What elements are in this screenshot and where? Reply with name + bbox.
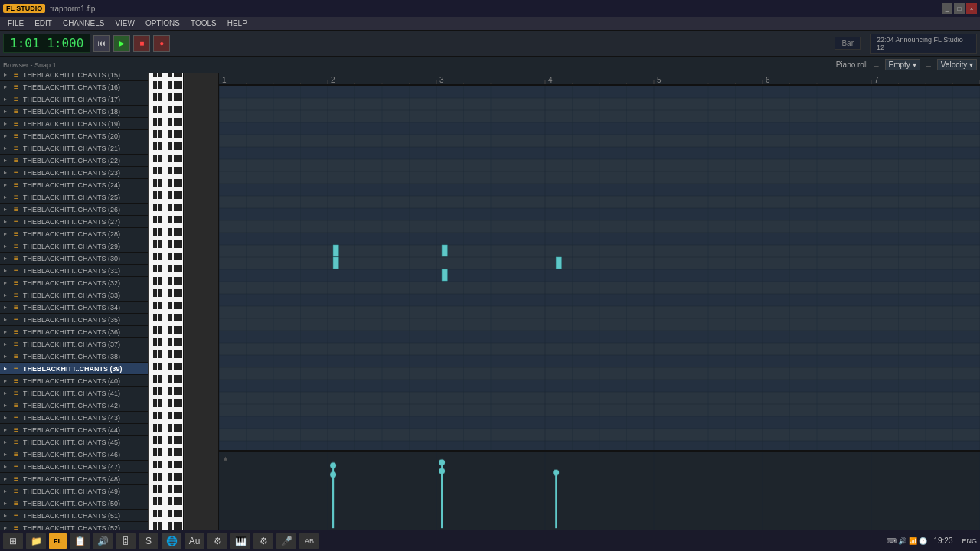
ruler: 1234567 <box>219 73 980 86</box>
track-row[interactable]: ▸≡THEBLACKHITT..CHANTS (31) <box>0 265 183 277</box>
menu-channels[interactable]: CHANNELS <box>58 18 109 29</box>
track-row[interactable]: ▸≡THEBLACKHITT..CHANTS (29) <box>0 240 183 253</box>
track-row[interactable]: ▸≡THEBLACKHITT..CHANTS (26) <box>0 204 183 216</box>
mini-piano-key <box>148 216 183 228</box>
track-name-label: THEBLACKHITT..CHANTS (25) <box>21 194 148 201</box>
minimize-button[interactable]: _ <box>942 3 952 14</box>
track-row[interactable]: ▸≡THEBLACKHITT..CHANTS (33) <box>0 289 183 302</box>
menu-view[interactable]: VIEW <box>110 18 139 29</box>
track-icon: ▸ <box>0 191 11 204</box>
track-second-icon: ≡ <box>11 412 21 424</box>
track-row[interactable]: ▸≡THEBLACKHITT..CHANTS (50) <box>0 497 183 510</box>
track-row[interactable]: ▸≡THEBLACKHITT..CHANTS (28) <box>0 228 183 240</box>
taskbar-chrome[interactable]: 🌐 <box>162 533 181 549</box>
track-row[interactable]: ▸≡THEBLACKHITT..CHANTS (15) <box>0 73 183 81</box>
track-row[interactable]: ▸≡THEBLACKHITT..CHANTS (46) <box>0 448 183 461</box>
track-row[interactable]: ▸≡THEBLACKHITT..CHANTS (34) <box>0 302 183 314</box>
track-row[interactable]: ▸≡THEBLACKHITT..CHANTS (48) <box>0 473 183 485</box>
track-second-icon: ≡ <box>11 338 21 350</box>
track-row[interactable]: ▸≡THEBLACKHITT..CHANTS (22) <box>0 155 183 167</box>
taskbar-app-9[interactable]: 🎹 <box>230 533 250 549</box>
track-icon: ▸ <box>0 204 11 216</box>
record-button[interactable]: ● <box>153 35 170 52</box>
mini-piano-key <box>148 142 183 155</box>
track-row[interactable]: ▸≡THEBLACKHITT..CHANTS (30) <box>0 253 183 265</box>
track-row[interactable]: ▸≡THEBLACKHITT..CHANTS (49) <box>0 485 183 497</box>
track-row[interactable]: ▸≡THEBLACKHITT..CHANTS (41) <box>0 387 183 399</box>
fl-studio-taskbar[interactable]: FL <box>49 533 67 549</box>
stop-button[interactable]: ■ <box>133 35 150 52</box>
track-list[interactable]: ▸≡THEBLACKHITT..CHANTS (15)▸≡THEBLACKHIT… <box>0 73 183 534</box>
track-name-label: THEBLACKHITT..CHANTS (40) <box>21 377 148 385</box>
track-icon: ▸ <box>0 326 11 338</box>
taskbar-app-10[interactable]: ⚙ <box>253 533 273 549</box>
menu-tools[interactable]: TOOLS <box>186 18 221 29</box>
track-row[interactable]: ▸≡THEBLACKHITT..CHANTS (36) <box>0 326 183 338</box>
taskbar-app-8[interactable]: ⚙ <box>207 533 227 549</box>
track-row[interactable]: ▸≡THEBLACKHITT..CHANTS (42) <box>0 399 183 412</box>
track-name-label: THEBLACKHITT..CHANTS (17) <box>21 96 148 103</box>
track-row[interactable]: ▸≡THEBLACKHITT..CHANTS (23) <box>0 167 183 179</box>
track-row[interactable]: ▸≡THEBLACKHITT..CHANTS (44) <box>0 424 183 436</box>
taskbar-app-12[interactable]: AB <box>299 533 319 549</box>
velocity-dropdown[interactable]: Velocity ▾ <box>937 59 977 70</box>
track-row[interactable]: ▸≡THEBLACKHITT..CHANTS (40) <box>0 375 183 387</box>
menu-file[interactable]: FILE <box>3 18 28 29</box>
taskbar-app-2[interactable]: 📋 <box>70 533 90 549</box>
track-row[interactable]: ▸≡THEBLACKHITT..CHANTS (18) <box>0 106 183 118</box>
track-row[interactable]: ▸≡THEBLACKHITT..CHANTS (25) <box>0 191 183 204</box>
track-row[interactable]: ▸≡THEBLACKHITT..CHANTS (32) <box>0 277 183 289</box>
pattern-dropdown[interactable]: Empty ▾ <box>885 59 920 70</box>
taskbar-app-11[interactable]: 🎤 <box>276 533 296 549</box>
rewind-button[interactable]: ⏮ <box>93 35 110 52</box>
taskbar-app-7[interactable]: Au <box>185 533 204 549</box>
piano-roll[interactable]: 1234567 ▲ <box>219 73 980 534</box>
track-second-icon: ≡ <box>11 228 21 240</box>
close-button[interactable]: × <box>966 3 977 14</box>
mini-piano-key <box>148 130 183 142</box>
track-row[interactable]: ▸≡THEBLACKHITT..CHANTS (16) <box>0 81 183 93</box>
track-second-icon: ≡ <box>11 81 21 93</box>
track-second-icon: ≡ <box>11 497 21 510</box>
start-button[interactable]: ⊞ <box>3 533 23 549</box>
track-row[interactable]: ▸≡THEBLACKHITT..CHANTS (21) <box>0 142 183 155</box>
track-second-icon: ≡ <box>11 363 21 375</box>
track-row[interactable]: ▸≡THEBLACKHITT..CHANTS (47) <box>0 461 183 473</box>
menu-help[interactable]: HELP <box>223 18 252 29</box>
track-icon: ▸ <box>0 510 11 522</box>
track-row[interactable]: ▸≡THEBLACKHITT..CHANTS (45) <box>0 436 183 448</box>
play-button[interactable]: ▶ <box>113 35 130 52</box>
track-row[interactable]: ▸≡THEBLACKHITT..CHANTS (38) <box>0 350 183 363</box>
taskbar-app-4[interactable]: 🎛 <box>116 533 136 549</box>
velocity-area[interactable]: ▲ <box>219 450 980 534</box>
svg-text:5: 5 <box>657 76 662 84</box>
track-second-icon: ≡ <box>11 510 21 522</box>
track-row[interactable]: ▸≡THEBLACKHITT..CHANTS (39) <box>0 363 183 375</box>
menu-options[interactable]: OPTIONS <box>141 18 185 29</box>
track-icon: ▸ <box>0 228 11 240</box>
track-row[interactable]: ▸≡THEBLACKHITT..CHANTS (27) <box>0 216 183 228</box>
track-name-label: THEBLACKHITT..CHANTS (41) <box>21 390 148 397</box>
taskbar-lang: ENG <box>962 537 977 545</box>
taskbar-app-5[interactable]: S <box>139 533 158 549</box>
mini-piano-key <box>148 265 183 277</box>
mini-piano-key <box>148 338 183 350</box>
track-row[interactable]: ▸≡THEBLACKHITT..CHANTS (19) <box>0 118 183 130</box>
track-row[interactable]: ▸≡THEBLACKHITT..CHANTS (43) <box>0 412 183 424</box>
track-icon: ▸ <box>0 265 11 277</box>
track-row[interactable]: ▸≡THEBLACKHITT..CHANTS (37) <box>0 338 183 350</box>
track-row[interactable]: ▸≡THEBLACKHITT..CHANTS (20) <box>0 130 183 142</box>
track-row[interactable]: ▸≡THEBLACKHITT..CHANTS (24) <box>0 179 183 191</box>
taskbar-app-3[interactable]: 🔊 <box>93 533 113 549</box>
track-row[interactable]: ▸≡THEBLACKHITT..CHANTS (35) <box>0 314 183 326</box>
menu-edit[interactable]: EDIT <box>30 18 57 29</box>
explorer-button[interactable]: 📁 <box>26 533 46 549</box>
track-row[interactable]: ▸≡THEBLACKHITT..CHANTS (51) <box>0 510 183 522</box>
mini-piano-key <box>148 118 183 130</box>
grid-area[interactable] <box>219 86 980 450</box>
piano-keys[interactable] <box>184 73 219 534</box>
svg-text:4: 4 <box>548 76 553 84</box>
maximize-button[interactable]: □ <box>954 3 965 14</box>
track-second-icon: ≡ <box>11 118 21 130</box>
track-row[interactable]: ▸≡THEBLACKHITT..CHANTS (17) <box>0 93 183 106</box>
